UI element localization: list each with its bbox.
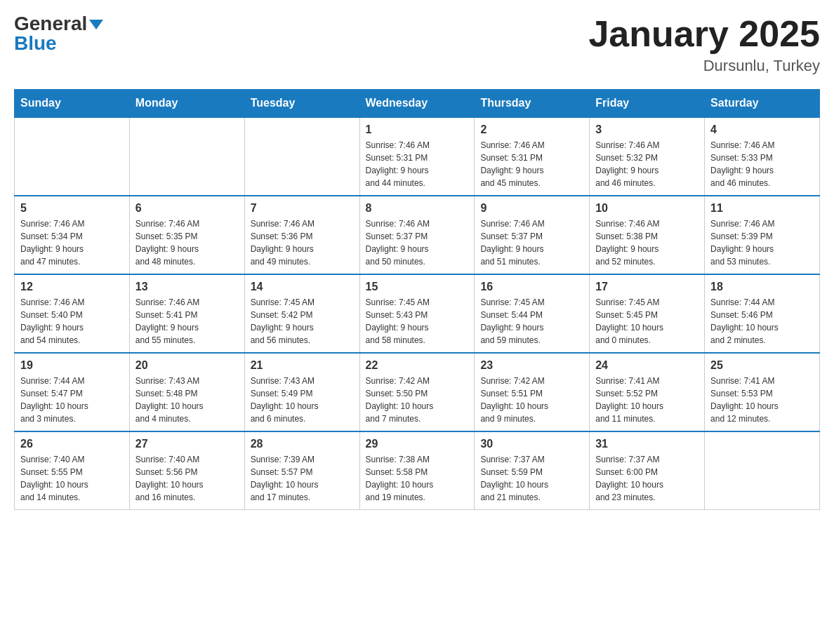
day-cell: 14Sunrise: 7:45 AMSunset: 5:42 PMDayligh… [244,274,359,353]
header-row: SundayMondayTuesdayWednesdayThursdayFrid… [15,90,820,118]
day-cell: 24Sunrise: 7:41 AMSunset: 5:52 PMDayligh… [590,353,705,431]
day-cell: 25Sunrise: 7:41 AMSunset: 5:53 PMDayligh… [705,353,820,431]
day-cell: 5Sunrise: 7:46 AMSunset: 5:34 PMDaylight… [15,196,130,274]
day-cell: 11Sunrise: 7:46 AMSunset: 5:39 PMDayligh… [705,196,820,274]
column-header-sunday: Sunday [15,90,130,118]
day-info: Sunrise: 7:46 AMSunset: 5:39 PMDaylight:… [710,217,814,268]
day-cell: 26Sunrise: 7:40 AMSunset: 5:55 PMDayligh… [15,431,130,510]
week-row-2: 5Sunrise: 7:46 AMSunset: 5:34 PMDaylight… [15,196,820,274]
day-cell: 27Sunrise: 7:40 AMSunset: 5:56 PMDayligh… [129,431,244,510]
day-number: 19 [20,359,124,372]
day-info: Sunrise: 7:41 AMSunset: 5:52 PMDaylight:… [595,375,699,425]
day-info: Sunrise: 7:46 AMSunset: 5:32 PMDaylight:… [595,139,699,189]
day-number: 29 [366,438,469,450]
day-number: 5 [20,202,124,215]
logo-blue-text: Blue [14,32,57,54]
day-number: 26 [20,438,124,450]
day-info: Sunrise: 7:44 AMSunset: 5:46 PMDaylight:… [710,296,814,347]
day-cell: 8Sunrise: 7:46 AMSunset: 5:37 PMDaylight… [359,196,475,274]
day-number: 20 [135,359,239,372]
day-number: 27 [135,438,239,450]
day-cell: 31Sunrise: 7:37 AMSunset: 6:00 PMDayligh… [590,431,705,510]
day-number: 6 [135,202,239,215]
day-cell: 10Sunrise: 7:46 AMSunset: 5:38 PMDayligh… [590,196,705,274]
day-number: 22 [366,359,469,372]
logo-top: General [14,14,103,34]
day-cell: 15Sunrise: 7:45 AMSunset: 5:43 PMDayligh… [359,274,475,353]
week-row-1: 1Sunrise: 7:46 AMSunset: 5:31 PMDaylight… [15,117,820,196]
day-cell: 21Sunrise: 7:43 AMSunset: 5:49 PMDayligh… [244,353,359,431]
day-number: 11 [710,202,814,215]
day-info: Sunrise: 7:37 AMSunset: 6:00 PMDaylight:… [595,453,699,504]
day-cell: 7Sunrise: 7:46 AMSunset: 5:36 PMDaylight… [244,196,359,274]
day-cell: 17Sunrise: 7:45 AMSunset: 5:45 PMDayligh… [590,274,705,353]
day-cell: 4Sunrise: 7:46 AMSunset: 5:33 PMDaylight… [705,117,820,196]
week-row-5: 26Sunrise: 7:40 AMSunset: 5:55 PMDayligh… [15,431,820,510]
day-cell [244,117,359,196]
day-number: 15 [366,281,469,293]
day-info: Sunrise: 7:46 AMSunset: 5:37 PMDaylight:… [366,217,469,268]
day-cell [15,117,130,196]
day-number: 18 [710,281,814,293]
logo-bottom: Blue [14,34,57,53]
day-number: 23 [480,359,583,372]
day-cell: 29Sunrise: 7:38 AMSunset: 5:58 PMDayligh… [359,431,475,510]
day-cell: 1Sunrise: 7:46 AMSunset: 5:31 PMDaylight… [359,117,475,196]
day-info: Sunrise: 7:45 AMSunset: 5:44 PMDaylight:… [480,296,583,347]
day-cell: 2Sunrise: 7:46 AMSunset: 5:31 PMDaylight… [475,117,590,196]
day-info: Sunrise: 7:46 AMSunset: 5:31 PMDaylight:… [480,139,583,189]
day-cell [129,117,244,196]
day-number: 24 [595,359,699,372]
column-header-thursday: Thursday [475,90,590,118]
day-info: Sunrise: 7:46 AMSunset: 5:36 PMDaylight:… [251,217,354,268]
logo-general-text: General [14,13,87,34]
day-number: 31 [595,438,699,450]
day-cell: 20Sunrise: 7:43 AMSunset: 5:48 PMDayligh… [129,353,244,431]
day-number: 28 [251,438,354,450]
day-info: Sunrise: 7:39 AMSunset: 5:57 PMDaylight:… [251,453,354,504]
day-number: 8 [366,202,469,215]
day-cell: 12Sunrise: 7:46 AMSunset: 5:40 PMDayligh… [15,274,130,353]
day-info: Sunrise: 7:43 AMSunset: 5:49 PMDaylight:… [251,375,354,425]
logo: General Blue [14,14,103,53]
day-info: Sunrise: 7:45 AMSunset: 5:43 PMDaylight:… [366,296,469,347]
column-header-saturday: Saturday [705,90,820,118]
logo-triangle-icon [89,20,103,29]
calendar-subtitle: Dursunlu, Turkey [588,57,820,75]
day-info: Sunrise: 7:42 AMSunset: 5:50 PMDaylight:… [366,375,469,425]
day-info: Sunrise: 7:46 AMSunset: 5:41 PMDaylight:… [135,296,239,347]
day-info: Sunrise: 7:46 AMSunset: 5:33 PMDaylight:… [710,139,814,189]
day-info: Sunrise: 7:44 AMSunset: 5:47 PMDaylight:… [20,375,124,425]
day-number: 12 [20,281,124,293]
day-number: 13 [135,281,239,293]
day-cell: 18Sunrise: 7:44 AMSunset: 5:46 PMDayligh… [705,274,820,353]
day-info: Sunrise: 7:40 AMSunset: 5:55 PMDaylight:… [20,453,124,504]
week-row-3: 12Sunrise: 7:46 AMSunset: 5:40 PMDayligh… [15,274,820,353]
day-info: Sunrise: 7:46 AMSunset: 5:38 PMDaylight:… [595,217,699,268]
day-number: 25 [710,359,814,372]
page-header: General Blue January 2025 Dursunlu, Turk… [14,14,820,75]
day-info: Sunrise: 7:37 AMSunset: 5:59 PMDaylight:… [480,453,583,504]
column-header-tuesday: Tuesday [244,90,359,118]
day-info: Sunrise: 7:45 AMSunset: 5:42 PMDaylight:… [251,296,354,347]
day-info: Sunrise: 7:46 AMSunset: 5:31 PMDaylight:… [366,139,469,189]
day-info: Sunrise: 7:46 AMSunset: 5:37 PMDaylight:… [480,217,583,268]
day-info: Sunrise: 7:46 AMSunset: 5:35 PMDaylight:… [135,217,239,268]
day-number: 17 [595,281,699,293]
day-number: 7 [251,202,354,215]
day-info: Sunrise: 7:38 AMSunset: 5:58 PMDaylight:… [366,453,469,504]
day-info: Sunrise: 7:40 AMSunset: 5:56 PMDaylight:… [135,453,239,504]
day-cell: 19Sunrise: 7:44 AMSunset: 5:47 PMDayligh… [15,353,130,431]
day-number: 16 [480,281,583,293]
day-cell: 28Sunrise: 7:39 AMSunset: 5:57 PMDayligh… [244,431,359,510]
day-cell: 6Sunrise: 7:46 AMSunset: 5:35 PMDaylight… [129,196,244,274]
day-number: 1 [366,123,469,136]
day-number: 21 [251,359,354,372]
day-number: 3 [595,123,699,136]
title-area: January 2025 Dursunlu, Turkey [588,14,820,75]
calendar-table: SundayMondayTuesdayWednesdayThursdayFrid… [14,89,820,510]
day-number: 30 [480,438,583,450]
day-cell [705,431,820,510]
day-info: Sunrise: 7:46 AMSunset: 5:34 PMDaylight:… [20,217,124,268]
day-cell: 9Sunrise: 7:46 AMSunset: 5:37 PMDaylight… [475,196,590,274]
